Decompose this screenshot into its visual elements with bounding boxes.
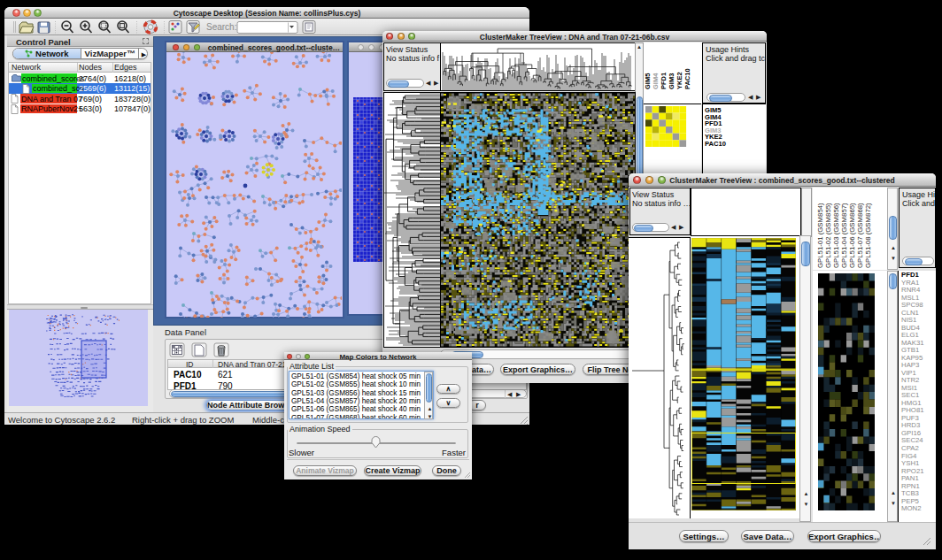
svg-text:Search:: Search:	[206, 22, 236, 32]
svg-text:GPL51-03 (GSM856): GPL51-03 (GSM856)	[832, 203, 840, 268]
svg-text:GPL51-08 (GSM872): GPL51-08 (GSM872)	[864, 203, 872, 268]
svg-text:GPL51-01 (GSM854): GPL51-01 (GSM854)	[816, 203, 824, 268]
svg-text:GPL51-06 (GSM865): GPL51-06 (GSM865)	[848, 203, 856, 268]
svg-text:GPL51-04 (GSM857): GPL51-04 (GSM857)	[840, 203, 848, 268]
svg-text:GPL51-02 (GSM855): GPL51-02 (GSM855)	[824, 203, 832, 268]
svg-text:GPL51-07 (GSM868): GPL51-07 (GSM868)	[856, 203, 864, 268]
